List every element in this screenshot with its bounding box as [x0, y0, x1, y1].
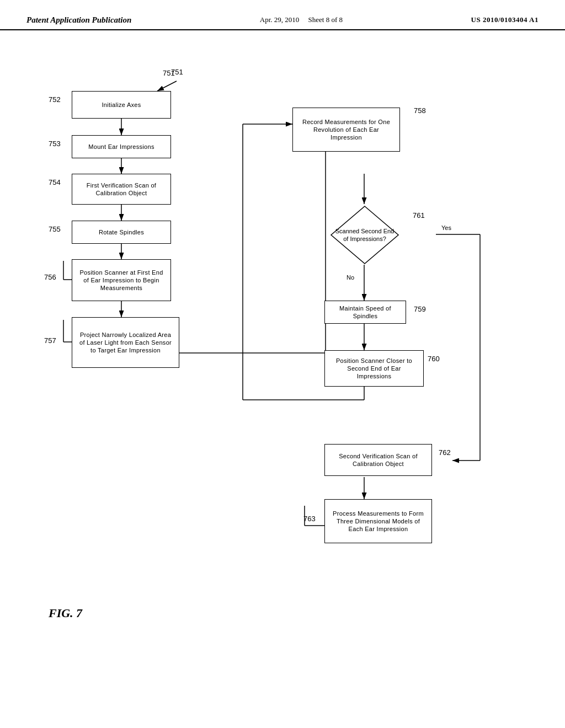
box-763-label: Process Measurements to Form Three Dimen…: [329, 510, 427, 533]
ref-763: 763: [303, 515, 316, 523]
ref-756: 756: [44, 273, 56, 281]
box-753-label: Mount Ear Impressions: [88, 143, 154, 151]
box-752-label: Initialize Axes: [102, 101, 141, 109]
box-762: Second Verification Scan of Calibration …: [324, 444, 432, 476]
box-759: Maintain Speed of Spindles: [324, 301, 406, 324]
box-756-label: Position Scanner at First End of Ear Imp…: [77, 269, 166, 292]
box-754: First Verification Scan of Calibration O…: [72, 174, 171, 205]
patent-number: US 2010/0103404 A1: [471, 15, 539, 24]
ref-760: 760: [428, 355, 440, 363]
diagram-area: No Yes 751 Initialize Axes: [0, 36, 565, 670]
ref-759: 759: [414, 305, 426, 313]
ref-755: 755: [49, 225, 61, 233]
box-756: Position Scanner at First End of Ear Imp…: [72, 259, 171, 301]
box-757-label: Project Narrowly Localized Area of Laser…: [77, 331, 174, 355]
box-763: Process Measurements to Form Three Dimen…: [324, 499, 432, 543]
svg-line-1: [157, 81, 177, 91]
fig-label: FIG. 7: [49, 606, 82, 620]
box-762-label: Second Verification Scan of Calibration …: [329, 452, 427, 468]
box-760-label: Position Scanner Closer to Second End of…: [329, 357, 419, 381]
header-date-sheet: Apr. 29, 2010 Sheet 8 of 8: [260, 15, 343, 24]
box-758-label: Record Measurements for One Revolution o…: [297, 118, 395, 142]
svg-text:No: No: [347, 274, 354, 281]
ref-761: 761: [413, 211, 425, 220]
svg-text:Yes: Yes: [441, 224, 451, 231]
ref-753: 753: [49, 140, 61, 148]
diamond-761-label: Scanned Second End of Impressions?: [329, 227, 401, 243]
ref-762: 762: [439, 448, 451, 457]
box-753: Mount Ear Impressions: [72, 135, 171, 158]
box-755: Rotate Spindles: [72, 221, 171, 244]
ref-num-751: 751: [171, 68, 183, 76]
ref-752: 752: [49, 95, 61, 104]
publication-type: Patent Application Publication: [26, 15, 131, 25]
box-758: Record Measurements for One Revolution o…: [292, 108, 400, 152]
box-759-label: Maintain Speed of Spindles: [329, 304, 401, 320]
ref-754: 754: [49, 178, 61, 186]
box-752: Initialize Axes: [72, 91, 171, 119]
page-header: Patent Application Publication Apr. 29, …: [0, 0, 565, 30]
box-755-label: Rotate Spindles: [99, 228, 144, 236]
diamond-761: Scanned Second End of Impressions?: [329, 204, 401, 266]
ref-758: 758: [414, 106, 426, 115]
header-sheet: Sheet 8 of 8: [308, 15, 343, 24]
ref-757: 757: [44, 336, 56, 345]
header-date: Apr. 29, 2010: [260, 15, 300, 24]
box-760: Position Scanner Closer to Second End of…: [324, 350, 424, 387]
box-754-label: First Verification Scan of Calibration O…: [77, 181, 166, 197]
box-757: Project Narrowly Localized Area of Laser…: [72, 317, 179, 368]
